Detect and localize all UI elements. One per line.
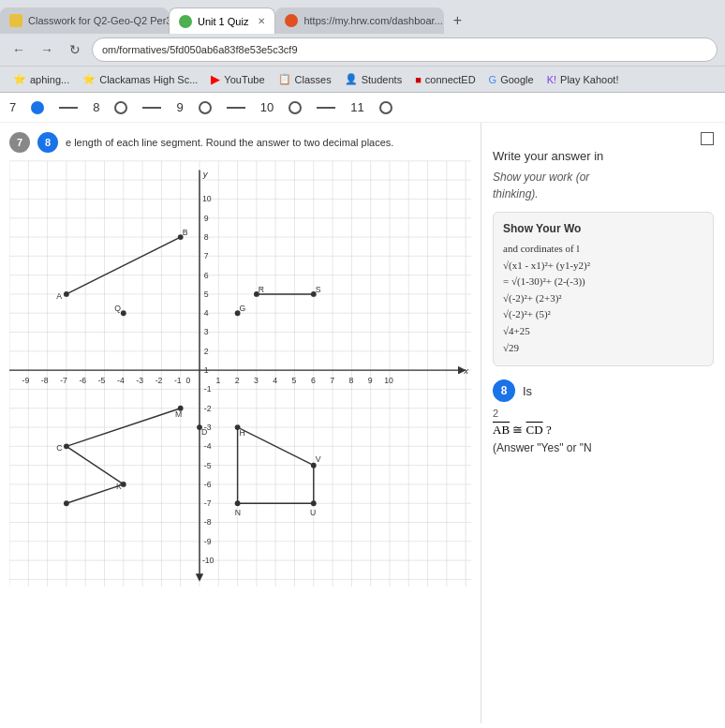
svg-text:7: 7 <box>204 251 209 260</box>
tab-unit1quiz-close[interactable]: ✕ <box>258 16 265 26</box>
svg-text:5: 5 <box>204 290 209 299</box>
tab-classwork-favicon <box>9 14 22 27</box>
tab-classwork[interactable]: Classwork for Q2-Geo-Q2 Per3/7 ✕ <box>0 7 169 34</box>
page-dot-9[interactable] <box>199 101 212 114</box>
svg-text:-2: -2 <box>155 376 163 385</box>
svg-text:-1: -1 <box>174 376 182 385</box>
bookmark-kahoot-label: Play Kahoot! <box>560 74 618 85</box>
svg-text:-8: -8 <box>204 517 212 527</box>
left-panel: 7 8 e length of each line segment. Round… <box>0 123 481 723</box>
bookmark-clackamas-label: Clackamas High Sc... <box>99 74 198 85</box>
address-bar-row: ← → ↻ <box>0 34 725 66</box>
page-dot-11[interactable] <box>379 101 392 114</box>
show-work-title: Show Your Wo <box>503 222 703 235</box>
svg-text:D: D <box>201 427 207 437</box>
bookmark-students-label: Students <box>362 74 402 85</box>
dot-line-2 <box>142 107 161 109</box>
page-num-11[interactable]: 11 <box>350 100 363 114</box>
bookmark-graphing[interactable]: ⭐ aphing... <box>7 71 75 87</box>
q8-number-badge: 8 <box>493 379 515 402</box>
minimize-icon[interactable] <box>701 132 714 145</box>
page-dot-8[interactable] <box>114 101 127 114</box>
svg-text:M: M <box>175 409 182 419</box>
svg-point-101 <box>121 310 126 316</box>
tab-unit1quiz[interactable]: Unit 1 Quiz ✕ <box>169 7 275 34</box>
svg-text:R: R <box>259 285 264 294</box>
svg-text:-5: -5 <box>204 461 212 470</box>
coordinate-graph: 0 1 2 3 4 5 6 7 8 9 10 -1 -2 -3 -4 -5 -6… <box>9 158 471 589</box>
tab-hrw[interactable]: https://my.hrw.com/dashboar... ✕ <box>275 7 444 34</box>
q8-question-mark: ? <box>546 423 552 437</box>
svg-text:-6: -6 <box>204 480 212 489</box>
bookmark-connected[interactable]: ■ connectED <box>409 72 481 87</box>
math-line-4: √(-2)²+ (5)² <box>503 306 703 323</box>
q7-badge: 7 <box>9 132 30 153</box>
page-num-10[interactable]: 10 <box>260 100 274 114</box>
dot-line-4 <box>317 107 335 109</box>
q8-congruent: ≅ <box>512 423 525 437</box>
q8-cd: CD <box>526 423 543 437</box>
svg-text:-6: -6 <box>79 376 86 385</box>
dot-line-1 <box>59 107 78 109</box>
page-num-7[interactable]: 7 <box>9 100 16 114</box>
tab-hrw-label: https://my.hrw.com/dashboar... <box>303 15 442 26</box>
bookmark-classes[interactable]: 📋 Classes <box>273 71 337 87</box>
bookmark-youtube-label: YouTube <box>224 74 264 85</box>
right-panel: Write your answer in Show your work (or … <box>481 123 725 723</box>
write-answer-text: Write your answer in <box>493 149 714 163</box>
bookmark-graphing-icon: ⭐ <box>13 73 26 85</box>
svg-text:N: N <box>235 508 241 517</box>
bookmark-connected-icon: ■ <box>415 74 422 85</box>
svg-text:1: 1 <box>204 365 209 375</box>
bookmark-youtube-icon: ▶ <box>211 72 220 86</box>
svg-text:1: 1 <box>215 376 220 385</box>
bookmark-youtube[interactable]: ▶ YouTube <box>205 70 270 88</box>
svg-text:S: S <box>316 285 321 294</box>
new-tab-button[interactable]: + <box>444 7 470 34</box>
math-line-0: and cordinates of l <box>503 241 703 258</box>
bookmark-clackamas[interactable]: ⭐ Clackamas High Sc... <box>77 71 203 87</box>
svg-text:-7: -7 <box>204 498 212 508</box>
svg-text:-4: -4 <box>204 441 212 451</box>
q8-ab: AB <box>493 423 510 437</box>
address-input[interactable] <box>92 37 718 62</box>
svg-text:8: 8 <box>204 232 209 242</box>
bookmark-kahoot[interactable]: K! Play Kahoot! <box>541 72 625 87</box>
svg-text:9: 9 <box>368 376 373 385</box>
bookmark-students[interactable]: 👤 Students <box>339 71 407 87</box>
bookmark-google[interactable]: G Google <box>483 72 540 87</box>
bookmark-students-icon: 👤 <box>345 73 358 85</box>
svg-text:3: 3 <box>254 376 259 385</box>
page-dot-10[interactable] <box>289 101 302 114</box>
bookmark-classes-icon: 📋 <box>278 73 291 85</box>
bookmark-connected-label: connectED <box>425 74 476 85</box>
svg-text:G: G <box>240 304 246 313</box>
svg-text:8: 8 <box>349 376 354 385</box>
svg-text:5: 5 <box>292 376 297 385</box>
math-line-1: √(x1 - x1)²+ (y1-y2)² <box>503 258 703 275</box>
question-8-section: 8 Is 2 AB ≅ CD ? (Answer "Yes" or "N <box>493 379 714 454</box>
dot-line-3 <box>227 107 245 109</box>
show-work-italic: Show your work (or thinking). <box>493 169 714 202</box>
svg-text:-1: -1 <box>204 384 212 394</box>
bookmark-kahoot-icon: K! <box>547 74 556 85</box>
svg-text:2: 2 <box>204 347 209 356</box>
q8-label: Is <box>523 384 532 398</box>
forward-button[interactable]: → <box>36 38 58 61</box>
page-dot-7[interactable] <box>31 101 44 114</box>
tab-unit1quiz-favicon <box>179 15 192 28</box>
back-button[interactable]: ← <box>7 38 30 61</box>
svg-text:0: 0 <box>186 376 191 385</box>
math-line-5: √4+25 <box>503 323 703 340</box>
bookmarks-bar: ⭐ aphing... ⭐ Clackamas High Sc... ▶ You… <box>0 66 725 92</box>
svg-text:4: 4 <box>273 376 277 385</box>
q8-sub-num: 2 <box>493 408 714 419</box>
svg-text:-8: -8 <box>41 376 49 385</box>
q8-badge: 8 <box>37 132 58 153</box>
page-num-9[interactable]: 9 <box>176 100 183 114</box>
svg-text:C: C <box>56 443 62 453</box>
refresh-button[interactable]: ↻ <box>64 38 86 61</box>
page-num-8[interactable]: 8 <box>93 100 99 114</box>
math-line-3: √(-2)²+ (2+3)² <box>503 290 703 307</box>
svg-text:-4: -4 <box>117 376 125 385</box>
